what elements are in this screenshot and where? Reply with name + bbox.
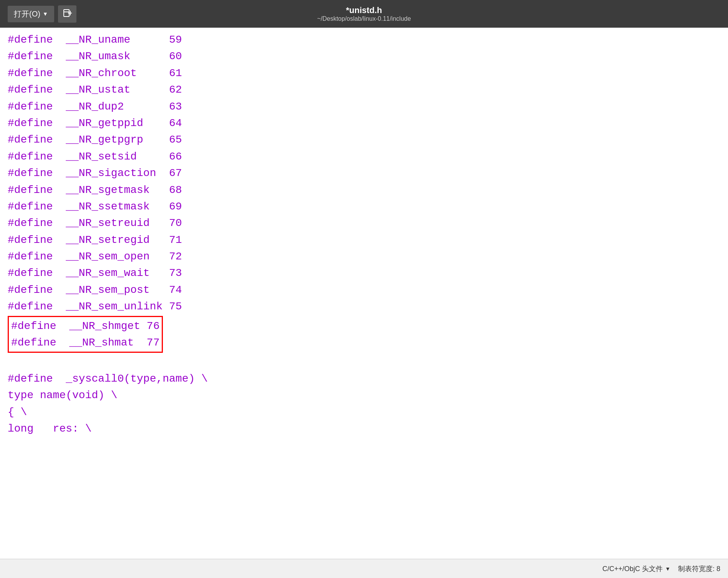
code-line: #define __NR_getppid 64 — [8, 115, 720, 131]
code-line: type name(void) \ — [8, 387, 720, 404]
code-line: #define __NR_umask 60 — [8, 48, 720, 65]
code-line: #define __NR_chroot 61 — [8, 65, 720, 81]
highlighted-code-line: #define __NR_shmat 77 — [11, 334, 159, 351]
tabwidth-indicator: 制表符宽度: 8 — [678, 564, 720, 573]
code-line: #define __NR_setsid 66 — [8, 148, 720, 165]
highlighted-region: #define __NR_shmget 76 #define __NR_shma… — [8, 316, 163, 353]
open-button-label: 打开(O) — [14, 9, 40, 19]
titlebar: 打开(O) ▼ *unistd.h ~/Desktop/oslab/linux-… — [0, 0, 728, 28]
code-line: #define _syscall0(type,name) \ — [8, 370, 720, 387]
filetype-selector[interactable]: C/C++/ObjC 头文件 ▼ — [602, 564, 670, 573]
window-title: *unistd.h ~/Desktop/oslab/linux-0.11/inc… — [317, 5, 411, 22]
code-line: #define __NR_sem_wait 73 — [8, 265, 720, 281]
new-file-button[interactable] — [58, 5, 76, 23]
code-line: #define __NR_setreuid 70 — [8, 215, 720, 231]
tabwidth-label: 制表符宽度: 8 — [678, 564, 720, 573]
code-line: #define __NR_sem_post 74 — [8, 282, 720, 298]
code-line: #define __NR_uname 59 — [8, 32, 720, 48]
code-line: #define __NR_sem_open 72 — [8, 248, 720, 265]
code-line: #define __NR_ustat 62 — [8, 81, 720, 98]
code-editor[interactable]: #define __NR_uname 59 #define __NR_umask… — [0, 28, 728, 441]
open-dropdown-arrow: ▼ — [43, 11, 48, 17]
code-line: long res: \ — [8, 420, 720, 437]
code-line: #define __NR_setregid 71 — [8, 232, 720, 248]
code-line: #define __NR_getpgrp 65 — [8, 131, 720, 148]
code-line: { \ — [8, 404, 720, 420]
highlighted-code-line: #define __NR_shmget 76 — [11, 318, 159, 334]
filetype-dropdown-arrow: ▼ — [665, 566, 670, 572]
statusbar: C/C++/ObjC 头文件 ▼ 制表符宽度: 8 — [0, 559, 728, 578]
filename: *unistd.h — [317, 5, 411, 15]
filetype-label: C/C++/ObjC 头文件 — [602, 564, 663, 573]
open-button[interactable]: 打开(O) ▼ — [8, 6, 54, 22]
code-line: #define __NR_dup2 63 — [8, 98, 720, 115]
code-line: #define __NR_sigaction 67 — [8, 165, 720, 181]
filepath: ~/Desktop/oslab/linux-0.11/include — [317, 15, 411, 22]
code-line: #define __NR_ssetmask 69 — [8, 198, 720, 215]
main-content: #define __NR_uname 59 #define __NR_umask… — [0, 28, 728, 578]
code-line: #define __NR_sem_unlink 75 — [8, 298, 720, 315]
code-line: #define __NR_sgetmask 68 — [8, 182, 720, 198]
